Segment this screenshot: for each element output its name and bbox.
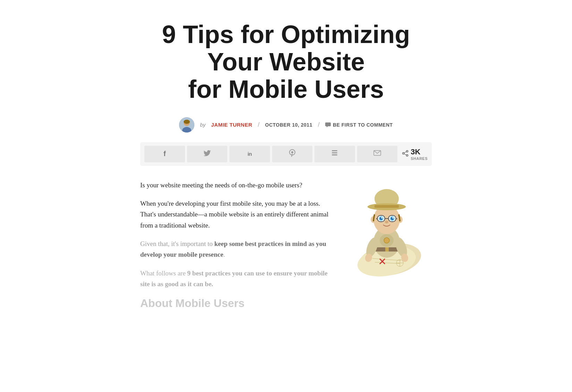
facebook-icon: f [163, 150, 166, 158]
character-illustration [345, 180, 432, 278]
buffer-share-button[interactable] [314, 146, 355, 162]
intro-paragraph: Is your website meeting the needs of on-… [140, 180, 331, 190]
svg-point-14 [406, 150, 408, 152]
email-icon [373, 150, 381, 157]
svg-rect-11 [332, 152, 337, 153]
svg-point-15 [406, 154, 408, 156]
author-avatar [179, 117, 194, 133]
svg-line-8 [292, 154, 292, 157]
pinterest-icon [289, 149, 295, 159]
comment-cta-text: BE FIRST TO COMMENT [333, 122, 393, 128]
email-share-button[interactable] [357, 146, 398, 162]
page-wrapper: 9 Tips for Optimizing Your Website for M… [112, 0, 460, 324]
svg-point-46 [381, 217, 382, 219]
svg-line-18 [404, 154, 406, 155]
shares-number: 3K [411, 147, 420, 156]
separator-2: / [318, 121, 320, 128]
author-name[interactable]: JAMIE TURNER [211, 122, 252, 128]
svg-point-50 [392, 217, 394, 219]
third-paragraph: Given that, it's important to keep some … [140, 238, 331, 260]
svg-rect-30 [385, 247, 389, 252]
meta-bar: by JAMIE TURNER / OCTOBER 10, 2011 / BE … [140, 117, 432, 133]
content-area: Is your website meeting the needs of on-… [140, 180, 432, 310]
linkedin-icon: in [247, 151, 252, 157]
svg-point-16 [403, 152, 404, 154]
shares-info: 3K SHARES [411, 147, 428, 161]
article-title: 9 Tips for Optimizing Your Website for M… [140, 21, 432, 103]
title-line1: 9 Tips for Optimizing Your Website [162, 20, 410, 76]
shares-count: 3K SHARES [402, 147, 428, 161]
buffer-icon [331, 150, 338, 158]
svg-rect-10 [332, 150, 337, 151]
section-heading: About Mobile Users [140, 297, 331, 310]
comment-icon [325, 122, 331, 127]
pinterest-share-button[interactable] [272, 146, 313, 162]
twitter-icon [203, 150, 211, 158]
svg-rect-12 [332, 154, 337, 155]
svg-line-17 [404, 152, 406, 153]
svg-rect-42 [375, 205, 399, 208]
para3-prefix: Given that, it's important to [140, 240, 214, 247]
publish-date: OCTOBER 10, 2011 [265, 122, 312, 128]
separator-1: / [258, 121, 260, 128]
svg-rect-5 [325, 122, 331, 126]
twitter-share-button[interactable] [187, 146, 228, 162]
svg-point-9 [291, 151, 293, 153]
svg-point-4 [184, 120, 190, 124]
article-body: Is your website meeting the needs of on-… [140, 180, 331, 310]
fourth-paragraph: What follows are 9 best practices you ca… [140, 268, 331, 290]
linkedin-share-button[interactable]: in [229, 146, 270, 162]
svg-point-56 [385, 221, 388, 223]
social-bar: f in [140, 142, 432, 166]
facebook-share-button[interactable]: f [144, 146, 185, 162]
shares-label: SHARES [411, 156, 428, 161]
by-label: by [200, 122, 205, 128]
para3-suffix: . [223, 251, 225, 258]
comment-cta[interactable]: BE FIRST TO COMMENT [325, 122, 393, 128]
second-paragraph: When you're developing your first mobile… [140, 198, 331, 231]
title-line2: for Mobile Users [188, 75, 384, 103]
svg-marker-6 [327, 126, 328, 127]
svg-point-32 [384, 238, 389, 243]
share-icon [402, 150, 409, 158]
para4-prefix: What follows are [140, 270, 187, 277]
